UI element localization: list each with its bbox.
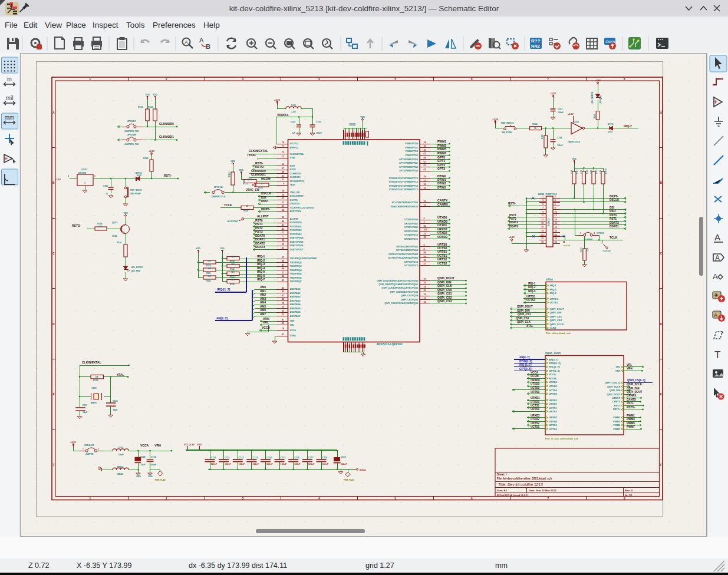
svg-text:JP101C: JP101C bbox=[127, 120, 136, 123]
svg-text:ALLPST: ALLPST bbox=[290, 218, 299, 220]
svg-text:R119: R119 bbox=[206, 265, 211, 267]
svg-text:IRQ-3: IRQ-3 bbox=[528, 290, 536, 293]
svg-text:51: 51 bbox=[282, 313, 284, 316]
svg-text:VCCA: VCCA bbox=[140, 444, 149, 447]
svg-text:RCON-: RCON- bbox=[531, 375, 540, 378]
svg-text:A: A bbox=[714, 312, 717, 318]
svg-text:2: 2 bbox=[68, 175, 69, 177]
svg-text:1: 1 bbox=[83, 448, 84, 450]
svg-text:C115: C115 bbox=[281, 457, 286, 459]
svg-text:TIN5/PIRQ5: TIN5/PIRQ5 bbox=[290, 273, 302, 275]
svg-text:VRL: VRL bbox=[615, 365, 620, 368]
svg-text:QSPI_DOUT: QSPI_DOUT bbox=[607, 393, 621, 396]
svg-text:TIN4/PIRQ4: TIN4/PIRQ4 bbox=[290, 269, 302, 272]
svg-text:IRQ-[1..7]: IRQ-[1..7] bbox=[549, 365, 560, 368]
svg-text:17: 17 bbox=[541, 226, 543, 229]
svg-text:21: 21 bbox=[282, 179, 284, 181]
svg-text:2: 2 bbox=[98, 448, 100, 450]
svg-text:PST1/PDD1: PST1/PDD1 bbox=[290, 226, 302, 228]
svg-text:VRH: VRH bbox=[615, 369, 620, 372]
svg-text:QSPI_CLK: QSPI_CLK bbox=[517, 320, 531, 323]
svg-text:61: 61 bbox=[424, 164, 426, 167]
svg-text:4.7K: 4.7K bbox=[248, 179, 252, 181]
svg-text:C116: C116 bbox=[294, 457, 299, 459]
svg-text:MCON-: MCON- bbox=[261, 177, 271, 180]
svg-text:UCTS2: UCTS2 bbox=[531, 425, 540, 428]
svg-text:C110: C110 bbox=[151, 456, 156, 458]
svg-text:71: 71 bbox=[282, 145, 284, 147]
svg-text:10: 10 bbox=[555, 211, 557, 213]
svg-text:DSI/TIN: DSI/TIN bbox=[290, 199, 298, 201]
svg-text:VCC+3.3V: VCC+3.3V bbox=[184, 444, 195, 446]
svg-text:R113: R113 bbox=[243, 183, 248, 185]
svg-text:4.7K: 4.7K bbox=[599, 170, 602, 174]
svg-text:10uF: 10uF bbox=[140, 464, 146, 466]
svg-text:IRQ-1: IRQ-1 bbox=[257, 255, 265, 258]
svg-text:UCTS2/PUC3: UCTS2/PUC3 bbox=[404, 265, 418, 267]
svg-text:CLK2: CLK2 bbox=[550, 326, 557, 329]
svg-text:VDD: VDD bbox=[196, 247, 200, 250]
svg-text:UTXD2: UTXD2 bbox=[437, 231, 447, 234]
svg-text:mm: mm bbox=[5, 114, 15, 121]
svg-text:4: 4 bbox=[318, 78, 320, 81]
svg-text:TIN7/PIRQ7: TIN7/PIRQ7 bbox=[290, 280, 302, 283]
svg-text:TCLK: TCLK bbox=[610, 236, 618, 239]
svg-text:LED_PWR101: LED_PWR101 bbox=[591, 91, 594, 104]
svg-text:VDD: VDD bbox=[239, 169, 243, 171]
svg-text:URTS1/SYNCB/UTXD2/PUB2: URTS1/SYNCB/UTXD2/PUB2 bbox=[388, 253, 418, 256]
svg-text:16: 16 bbox=[555, 222, 557, 224]
svg-text:IRQ-3: IRQ-3 bbox=[257, 262, 265, 266]
svg-text:RSTO: RSTO bbox=[290, 168, 296, 171]
svg-text:AN6/PAN6: AN6/PAN6 bbox=[290, 311, 301, 313]
svg-text:AN7/PAN7: AN7/PAN7 bbox=[290, 315, 301, 318]
svg-text:19: 19 bbox=[541, 230, 543, 232]
svg-text:100nF: 100nF bbox=[322, 463, 329, 465]
svg-text:C111: C111 bbox=[225, 457, 229, 459]
svg-text:UTXD2/PUC0: UTXD2/PUC0 bbox=[404, 234, 418, 236]
svg-text:AN3: AN3 bbox=[260, 297, 266, 300]
svg-text:SW_PUSH: SW_PUSH bbox=[130, 193, 141, 195]
svg-text:GPT1: GPT1 bbox=[437, 159, 445, 163]
svg-text:UTXD2: UTXD2 bbox=[549, 420, 557, 423]
svg-text:21: 21 bbox=[282, 232, 284, 234]
svg-text:100nF: 100nF bbox=[239, 463, 245, 465]
svg-text:PST2: PST2 bbox=[509, 214, 516, 217]
svg-text:VDD: VDD bbox=[145, 94, 150, 96]
svg-text:10K: 10K bbox=[231, 271, 235, 273]
svg-text:L101: L101 bbox=[291, 104, 296, 107]
svg-text:31: 31 bbox=[282, 201, 284, 204]
svg-text:4: 4 bbox=[555, 199, 556, 201]
svg-text:6: 6 bbox=[471, 78, 473, 81]
svg-text:IRQ-2: IRQ-2 bbox=[257, 259, 265, 262]
svg-text:PWM3: PWM3 bbox=[437, 144, 446, 147]
svg-text:JTAG_EN: JTAG_EN bbox=[246, 188, 259, 191]
svg-text:AN[0..7]: AN[0..7] bbox=[519, 356, 530, 359]
svg-text:72: 72 bbox=[282, 156, 284, 158]
svg-text:QSPI_DOUT/EZPD/CANTX/UTXD1/PQS: QSPI_DOUT/EZPD/CANTX/UTXD1/PQS0 bbox=[377, 280, 418, 282]
svg-text:22: 22 bbox=[555, 234, 557, 236]
svg-text:RSTI-: RSTI- bbox=[508, 202, 516, 205]
svg-text:GPT0/PWM1/PTA0: GPT0/PWM1/PTA0 bbox=[399, 158, 418, 161]
svg-text:40: 40 bbox=[282, 220, 284, 223]
svg-text:R123: R123 bbox=[206, 280, 211, 282]
svg-text:URTS0: URTS0 bbox=[531, 391, 540, 394]
svg-text:R124: R124 bbox=[230, 283, 235, 286]
svg-text:DTIN0: DTIN0 bbox=[437, 174, 446, 178]
svg-text:xilinx: xilinx bbox=[546, 278, 554, 281]
svg-text:BKPT/TMS: BKPT/TMS bbox=[290, 210, 301, 213]
svg-text:RSTI-: RSTI- bbox=[164, 174, 172, 177]
svg-text:AN0/PAN0: AN0/PAN0 bbox=[290, 288, 301, 290]
svg-text:39: 39 bbox=[424, 176, 426, 178]
svg-text:7: 7 bbox=[424, 221, 425, 223]
svg-text:11: 11 bbox=[424, 204, 426, 206]
svg-text:LV101: LV101 bbox=[81, 168, 88, 171]
svg-text:AN4: AN4 bbox=[260, 300, 266, 304]
svg-text:PWM3: PWM3 bbox=[613, 420, 621, 423]
svg-text:QSPI_CS2: QSPI_CS2 bbox=[437, 296, 452, 299]
svg-text:2: 2 bbox=[555, 196, 556, 198]
svg-text:Q101: Q101 bbox=[112, 222, 117, 224]
svg-text:C119: C119 bbox=[341, 456, 346, 458]
svg-text:4.7K: 4.7K bbox=[571, 170, 573, 174]
svg-text:R105: R105 bbox=[541, 134, 543, 139]
svg-text:URXD0: URXD0 bbox=[531, 379, 540, 382]
